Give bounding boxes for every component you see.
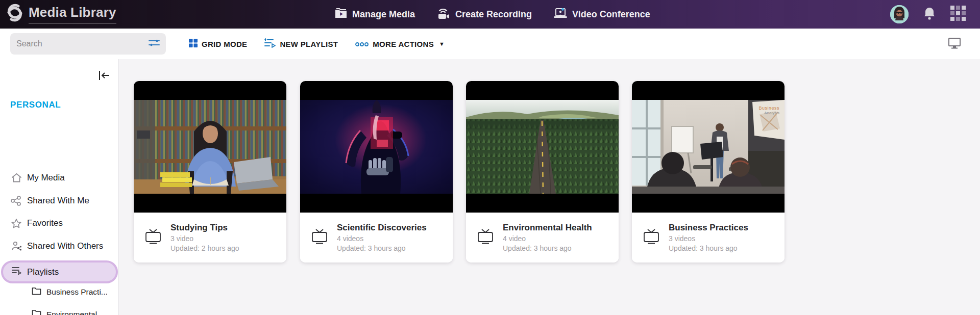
playlist-card-scientific-discoveries[interactable]: Scientific Discoveries 4 videos Updated:… <box>300 81 453 262</box>
search-filter-icon[interactable] <box>149 38 160 49</box>
card-updated: Updated: 3 hours ago <box>503 244 592 252</box>
more-actions-label: MORE ACTIONS <box>373 40 434 48</box>
card-info: Studying Tips 3 video Updated: 2 hours a… <box>134 213 286 262</box>
sidebar-item-favorites[interactable]: Favorites <box>0 215 119 232</box>
playlist-card-business-practices[interactable]: Business Analysis Business Practices 3 v… <box>632 81 785 262</box>
nav-label: Create Recording <box>455 9 532 20</box>
star-icon <box>10 218 22 229</box>
folder-icon <box>32 309 41 315</box>
camera-wifi-icon <box>436 7 451 22</box>
sidebar-item-label: Favorites <box>27 218 63 228</box>
sidebar-item-playlists[interactable]: Playlists <box>1 260 118 283</box>
slide-caption: Business Analysis <box>758 106 779 116</box>
folder-label: Environmental ... <box>46 310 106 315</box>
sidebar-item-shared-with-others[interactable]: Shared With Others <box>0 238 119 255</box>
thumbnail-environmental-health <box>466 81 619 213</box>
folder-play-icon <box>334 8 348 21</box>
playlist-icon <box>11 266 22 278</box>
notifications-bell-icon[interactable] <box>923 6 936 22</box>
sidebar-folder-business-practices[interactable]: Business Practi... <box>32 284 118 300</box>
thumbnail-scientific-discoveries <box>300 81 453 213</box>
nav-create-recording[interactable]: Create Recording <box>436 7 532 22</box>
laptop-person-icon <box>553 7 568 22</box>
sidebar-collapse-icon[interactable] <box>98 70 110 83</box>
sidebar: PERSONAL My Media Shared With Me <box>0 59 119 315</box>
nav-manage-media[interactable]: Manage Media <box>334 8 415 21</box>
card-info: Environmental Health 4 video Updated: 3 … <box>466 213 619 262</box>
thumbnail-studying-tips <box>134 81 286 213</box>
screenpal-logo-icon <box>6 3 23 24</box>
page-title: Media Library <box>29 5 116 23</box>
card-video-count: 3 video <box>170 234 239 243</box>
sidebar-item-label: Playlists <box>27 267 59 277</box>
chevron-down-icon: ▼ <box>439 41 445 47</box>
search-input[interactable] <box>16 39 149 48</box>
folder-label: Business Practi... <box>46 287 108 297</box>
thumbnail-business-practices: Business Analysis <box>632 81 785 213</box>
brand[interactable]: Media Library <box>6 3 116 24</box>
card-title: Business Practices <box>669 223 748 233</box>
home-icon <box>10 173 22 183</box>
card-title: Studying Tips <box>170 223 239 233</box>
playlist-card-environmental-health[interactable]: Environmental Health 4 video Updated: 3 … <box>466 81 619 262</box>
display-mode-button[interactable] <box>947 37 962 51</box>
card-video-count: 4 video <box>503 234 592 243</box>
nav-video-conference[interactable]: Video Conference <box>553 7 650 22</box>
card-info: Scientific Discoveries 4 videos Updated:… <box>300 213 453 262</box>
card-title: Scientific Discoveries <box>337 223 427 233</box>
new-playlist-label: NEW PLAYLIST <box>280 40 338 48</box>
tv-icon <box>476 228 495 247</box>
sidebar-folder-environmental[interactable]: Environmental ... <box>32 307 118 315</box>
grid-squares-icon <box>189 39 198 49</box>
top-right-controls <box>890 0 966 29</box>
sidebar-item-label: My Media <box>27 173 65 183</box>
sidebar-item-label: Shared With Me <box>27 196 89 206</box>
playlist-card-studying-tips[interactable]: Studying Tips 3 video Updated: 2 hours a… <box>134 81 286 262</box>
media-library-page: Media Library Manage Media <box>0 0 980 315</box>
tv-icon <box>144 228 162 247</box>
person-share-icon <box>10 241 22 252</box>
more-actions-button[interactable]: MORE ACTIONS ▼ <box>355 40 445 48</box>
card-title: Environmental Health <box>503 223 592 233</box>
folder-icon <box>32 287 41 297</box>
card-updated: Updated: 3 hours ago <box>337 244 427 252</box>
card-updated: Updated: 2 hours ago <box>170 244 239 252</box>
nav-label: Manage Media <box>352 9 415 20</box>
toolbar: GRID MODE NEW PLAYLIST <box>0 29 980 59</box>
slide-text-line1: Business <box>758 106 779 111</box>
share-nodes-icon <box>10 196 22 206</box>
nav-label: Video Conference <box>572 9 650 20</box>
new-playlist-button[interactable]: NEW PLAYLIST <box>264 38 338 49</box>
more-circles-icon <box>355 40 369 48</box>
tv-icon <box>642 228 660 247</box>
tv-icon <box>310 228 329 247</box>
card-updated: Updated: 3 hours ago <box>669 244 748 252</box>
grid-mode-button[interactable]: GRID MODE <box>189 39 247 49</box>
grid-mode-label: GRID MODE <box>202 40 247 48</box>
search-box[interactable] <box>10 33 166 55</box>
slide-text-line2: Analysis <box>758 111 779 116</box>
card-video-count: 3 videos <box>669 234 748 243</box>
sidebar-section-personal: PERSONAL <box>10 100 61 110</box>
user-avatar[interactable] <box>890 5 909 23</box>
sidebar-item-label: Shared With Others <box>27 241 103 251</box>
sidebar-item-my-media[interactable]: My Media <box>0 169 119 187</box>
playlist-add-icon <box>264 38 276 49</box>
card-info: Business Practices 3 videos Updated: 3 h… <box>632 213 785 262</box>
top-navigation: Manage Media Create Recording <box>334 0 650 29</box>
top-bar: Media Library Manage Media <box>0 0 980 29</box>
toolbar-actions: GRID MODE NEW PLAYLIST <box>189 29 445 59</box>
card-video-count: 4 videos <box>337 234 427 243</box>
sidebar-item-shared-with-me[interactable]: Shared With Me <box>0 192 119 209</box>
apps-grid-icon[interactable] <box>950 6 966 23</box>
